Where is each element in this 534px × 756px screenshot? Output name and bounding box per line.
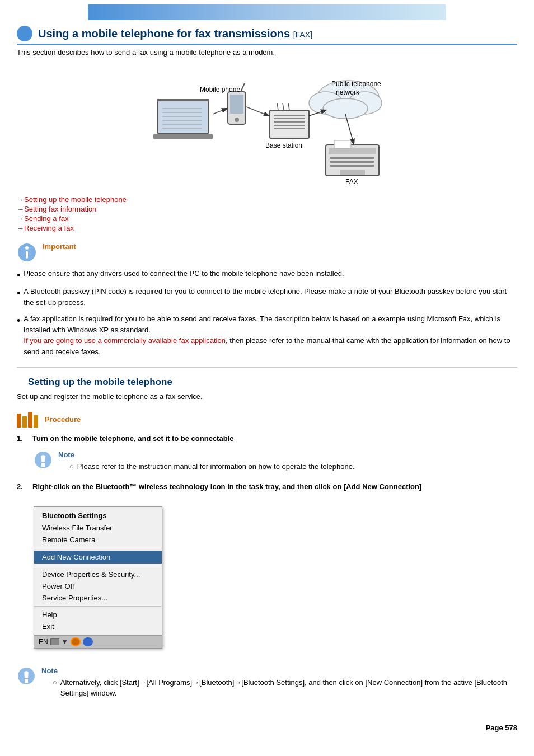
nav-link-2[interactable]: →Setting fax information — [17, 205, 517, 213]
svg-line-22 — [288, 103, 289, 110]
svg-rect-35 — [334, 140, 351, 148]
subtitle-text: This section describes how to send a fax… — [17, 48, 517, 57]
svg-rect-0 — [158, 100, 208, 134]
cm-taskbar: EN ▼ — [34, 635, 162, 648]
svg-line-21 — [283, 103, 284, 110]
svg-rect-42 — [28, 412, 32, 428]
label-fax: FAX — [345, 178, 358, 184]
procedure-icon — [17, 411, 39, 428]
note-1-title: Note — [58, 450, 355, 459]
label-network2: network — [336, 88, 360, 96]
label-base-station: Base station — [265, 142, 302, 149]
nav-link-2-text[interactable]: Setting fax information — [24, 205, 96, 213]
page-footer: Page 578 — [0, 718, 534, 738]
page-title: Using a mobile telephone for fax transmi… — [38, 27, 312, 40]
cm-item-exit[interactable]: Exit — [34, 621, 162, 632]
procedure-section: Procedure 1. Turn on the mobile telephon… — [17, 411, 517, 491]
svg-line-13 — [213, 109, 227, 114]
steps-list: 1. Turn on the mobile telephone, and set… — [17, 434, 517, 491]
taskbar-icon-1 — [50, 638, 59, 645]
svg-rect-41 — [22, 416, 27, 428]
svg-rect-32 — [330, 161, 374, 163]
svg-rect-43 — [34, 415, 38, 428]
svg-point-11 — [235, 118, 239, 122]
important-section: Important • Please ensure that any drive… — [17, 242, 517, 357]
note-1-item-1: ○ Please refer to the instruction manual… — [69, 461, 355, 472]
context-menu: Bluetooth Settings Wireless File Transfe… — [34, 506, 162, 649]
cm-taskbar-en: EN — [39, 638, 48, 646]
important-bullet-3: • A fax application is required for you … — [17, 313, 517, 357]
svg-rect-30 — [329, 148, 376, 154]
procedure-title: Procedure — [45, 415, 81, 424]
important-title: Important — [43, 242, 76, 251]
svg-rect-31 — [330, 157, 374, 159]
note-1-icon — [34, 450, 53, 469]
diagram-area: Mobile phone Base station Public telepho… — [17, 67, 517, 184]
note-1-list: ○ Please refer to the instruction manual… — [69, 461, 355, 472]
nav-link-4[interactable]: →Receiving a fax — [17, 224, 517, 232]
svg-rect-10 — [230, 95, 243, 114]
note-2-section: Note ○ Alternatively, click [Start]→[All… — [17, 666, 517, 701]
nav-link-3-text[interactable]: Sending a fax — [24, 214, 69, 223]
cm-item-service-props[interactable]: Service Properties... — [34, 592, 162, 604]
label-public-network: Public telephone — [331, 80, 381, 88]
note-2-list: ○ Alternatively, click [Start]→[All Prog… — [53, 677, 517, 699]
cm-item-power-off[interactable]: Power Off — [34, 580, 162, 592]
section-divider — [17, 367, 517, 368]
cm-section-group3: Help Exit — [34, 607, 162, 635]
note-2-title: Note — [41, 666, 517, 675]
svg-rect-39 — [26, 251, 28, 259]
svg-line-12 — [241, 83, 245, 92]
cm-section-header: Bluetooth Settings Wireless File Transfe… — [34, 507, 162, 548]
important-bullet-2: • A Bluetooth passkey (PIN code) is requ… — [17, 286, 517, 308]
cm-section-highlighted: Add New Connection — [34, 548, 162, 566]
taskbar-icon-blue — [83, 637, 93, 646]
svg-rect-33 — [330, 165, 374, 167]
taskbar-icon-bluetooth — [71, 637, 81, 646]
taskbar-arrow: ▼ — [62, 638, 68, 646]
nav-link-1-text[interactable]: Setting up the mobile telephone — [24, 195, 127, 204]
fax-app-link[interactable]: If you are going to use a commercially a… — [24, 336, 226, 345]
svg-rect-34 — [340, 170, 365, 175]
cm-item-camera[interactable]: Remote Camera — [34, 534, 162, 546]
cm-item-device-props[interactable]: Device Properties & Security... — [34, 569, 162, 580]
important-bullet-list: • Please ensure that any drivers used to… — [17, 268, 517, 357]
svg-rect-1 — [157, 99, 209, 101]
svg-rect-40 — [17, 414, 21, 428]
main-title-section: Using a mobile telephone for fax transmi… — [17, 26, 517, 45]
title-icon — [17, 26, 32, 41]
top-banner — [88, 4, 446, 20]
title-text: Using a mobile telephone for fax transmi… — [38, 27, 290, 40]
svg-line-23 — [246, 107, 269, 116]
svg-rect-2 — [153, 134, 213, 139]
cm-item-add-connection[interactable]: Add New Connection — [34, 551, 162, 564]
cm-header: Bluetooth Settings — [34, 509, 162, 522]
nav-link-1[interactable]: →Setting up the mobile telephone — [17, 195, 517, 204]
nav-link-4-text[interactable]: Receiving a fax — [24, 224, 74, 232]
context-menu-container: Bluetooth Settings Wireless File Transfe… — [34, 506, 162, 649]
label-mobile-phone: Mobile phone — [200, 86, 240, 93]
step-2: 2. Right-click on the Bluetooth™ wireles… — [17, 482, 517, 491]
page-number: Page 578 — [486, 724, 517, 732]
nav-link-3[interactable]: →Sending a fax — [17, 214, 517, 223]
note-2-icon — [17, 666, 36, 685]
cm-item-help[interactable]: Help — [34, 609, 162, 621]
note-1-box: Note ○ Please refer to the instruction m… — [34, 450, 517, 475]
important-icon — [17, 242, 37, 262]
note-2-item-1: ○ Alternatively, click [Start]→[All Prog… — [53, 677, 517, 699]
svg-rect-47 — [25, 679, 28, 683]
step-1: 1. Turn on the mobile telephone, and set… — [17, 434, 517, 443]
section-desc: Set up and register the mobile telephone… — [17, 392, 517, 401]
svg-rect-14 — [270, 110, 309, 138]
cm-section-group2: Device Properties & Security... Power Of… — [34, 566, 162, 607]
important-bullet-1: • Please ensure that any drivers used to… — [17, 268, 517, 280]
note-2-box: Note ○ Alternatively, click [Start]→[All… — [17, 666, 517, 701]
diagram-svg: Mobile phone Base station Public telepho… — [141, 67, 393, 184]
svg-point-38 — [25, 246, 29, 250]
section-heading: Setting up the mobile telephone — [17, 377, 517, 388]
cm-item-wireless[interactable]: Wireless File Transfer — [34, 522, 162, 534]
nav-links: →Setting up the mobile telephone →Settin… — [17, 195, 517, 232]
fax-tag: [FAX] — [293, 30, 312, 39]
note-1-container: Note ○ Please refer to the instruction m… — [34, 450, 517, 475]
svg-line-20 — [277, 103, 278, 110]
